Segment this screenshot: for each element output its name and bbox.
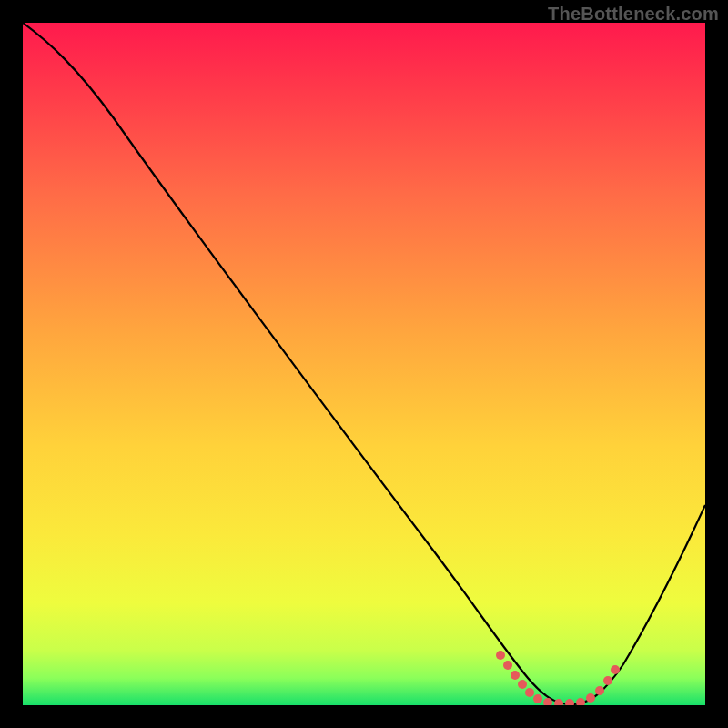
watermark-text: TheBottleneck.com	[548, 4, 719, 25]
bottleneck-chart	[23, 23, 705, 705]
svg-point-1	[503, 661, 512, 670]
svg-point-4	[525, 688, 534, 697]
chart-frame: TheBottleneck.com	[0, 0, 728, 728]
svg-point-3	[518, 680, 527, 689]
svg-point-2	[511, 671, 520, 680]
svg-point-0	[496, 651, 505, 660]
svg-point-10	[586, 693, 595, 703]
svg-point-5	[533, 694, 542, 703]
svg-point-12	[603, 676, 612, 685]
gradient-background	[23, 23, 705, 705]
svg-point-13	[611, 665, 620, 674]
svg-point-11	[595, 686, 604, 695]
